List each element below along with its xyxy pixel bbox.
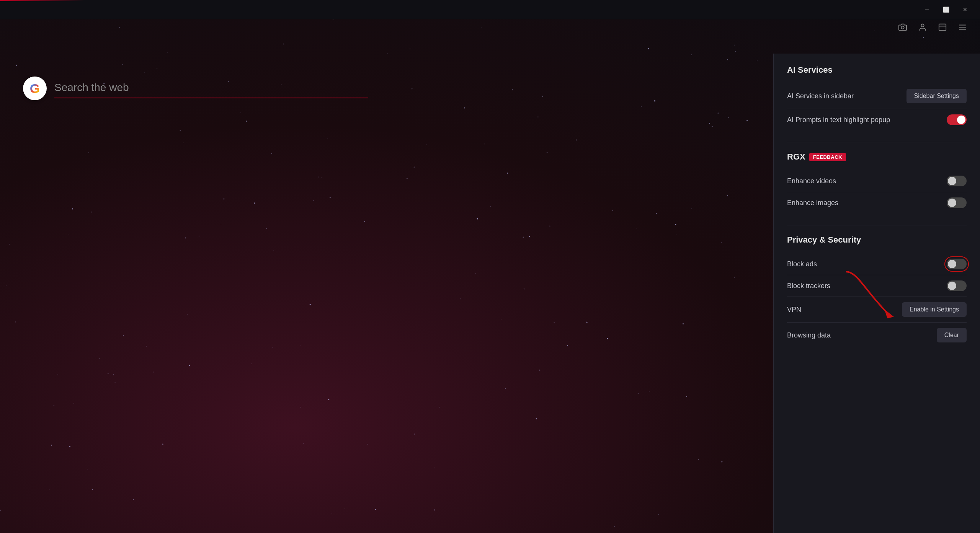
- restore-button[interactable]: ⬜: [937, 3, 955, 16]
- titlebar-accent: [0, 0, 84, 1]
- menu-icon[interactable]: [956, 21, 969, 33]
- enhance-videos-toggle[interactable]: [947, 176, 967, 186]
- feedback-badge: FEEDBACK: [809, 153, 846, 161]
- divider-2: [787, 225, 967, 225]
- camera-icon[interactable]: [897, 21, 909, 33]
- enhance-images-row: Enhance images: [787, 192, 967, 214]
- divider-1: [787, 142, 967, 142]
- topbar-icons: [897, 21, 969, 33]
- titlebar-controls: ─ ⬜ ✕: [918, 3, 974, 16]
- clear-browsing-data-button[interactable]: Clear: [937, 328, 967, 342]
- enhance-images-toggle[interactable]: [947, 197, 967, 208]
- block-trackers-label: Block trackers: [787, 282, 830, 290]
- user-icon[interactable]: [916, 21, 929, 33]
- block-trackers-row: Block trackers: [787, 275, 967, 297]
- search-input-wrapper: [54, 78, 368, 98]
- minimize-button[interactable]: ─: [918, 3, 936, 16]
- svg-point-1: [921, 24, 924, 27]
- svg-point-0: [901, 26, 904, 29]
- enhance-images-label: Enhance images: [787, 199, 838, 207]
- rgx-section: RGX FEEDBACK Enhance videos Enhance imag…: [787, 152, 967, 214]
- search-underline: [54, 98, 368, 98]
- ai-services-section: AI Services AI Services in sidebar Sideb…: [787, 65, 967, 130]
- enhance-videos-label: Enhance videos: [787, 177, 836, 185]
- block-ads-toggle[interactable]: [947, 259, 967, 269]
- ai-services-title: AI Services: [787, 65, 967, 75]
- ai-services-sidebar-row: AI Services in sidebar Sidebar Settings: [787, 83, 967, 109]
- window-icon[interactable]: [936, 21, 949, 33]
- search-area: G: [23, 77, 368, 100]
- block-ads-label: Block ads: [787, 260, 817, 268]
- browsing-data-label: Browsing data: [787, 331, 831, 339]
- ai-prompts-label: AI Prompts in text highlight popup: [787, 116, 890, 124]
- ai-prompts-row: AI Prompts in text highlight popup: [787, 109, 967, 130]
- svg-rect-2: [939, 24, 946, 31]
- vpn-label: VPN: [787, 306, 801, 314]
- ai-prompts-toggle[interactable]: [947, 114, 967, 125]
- block-trackers-toggle[interactable]: [947, 280, 967, 291]
- enhance-videos-row: Enhance videos: [787, 170, 967, 192]
- privacy-section: Privacy & Security Block ads Block track…: [787, 235, 967, 348]
- block-ads-row: Block ads: [787, 253, 967, 275]
- close-button[interactable]: ✕: [956, 3, 974, 16]
- sidebar-settings-button[interactable]: Sidebar Settings: [906, 89, 967, 103]
- rgx-title-row: RGX FEEDBACK: [787, 152, 967, 162]
- privacy-title: Privacy & Security: [787, 235, 967, 245]
- browsing-data-row: Browsing data Clear: [787, 323, 967, 348]
- vpn-enable-button[interactable]: Enable in Settings: [902, 302, 967, 317]
- google-logo: G: [23, 77, 47, 100]
- titlebar: ─ ⬜ ✕: [0, 0, 980, 19]
- google-g-letter: G: [30, 81, 40, 96]
- ai-services-sidebar-label: AI Services in sidebar: [787, 92, 854, 100]
- search-input[interactable]: [54, 78, 368, 97]
- rgx-title: RGX: [787, 152, 805, 162]
- vpn-row: VPN Enable in Settings: [787, 297, 967, 323]
- settings-panel: AI Services AI Services in sidebar Sideb…: [773, 54, 980, 533]
